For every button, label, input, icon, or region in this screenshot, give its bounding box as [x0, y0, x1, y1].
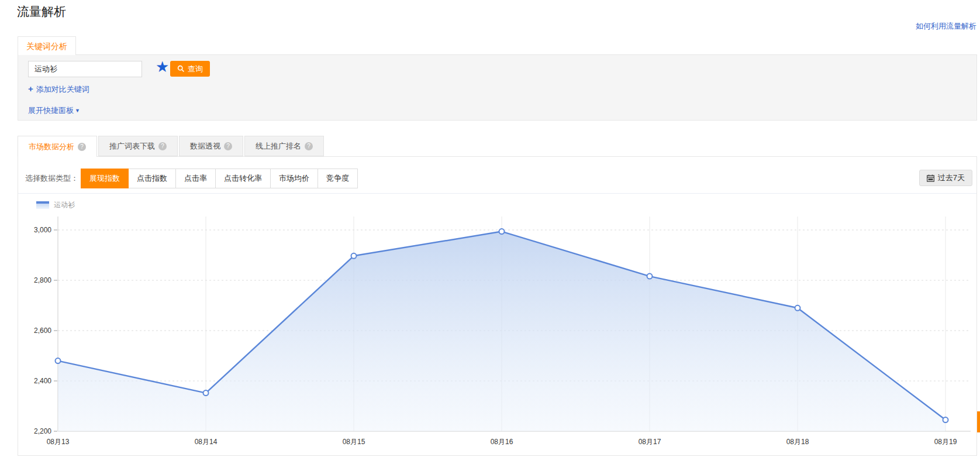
type-button-click-conversion-rate[interactable]: 点击转化率: [215, 169, 271, 188]
help-icon[interactable]: ?: [78, 143, 86, 151]
help-icon[interactable]: ?: [305, 142, 313, 150]
x-tick-label: 08月19: [934, 438, 957, 446]
tab-label: 线上推广排名: [256, 136, 301, 156]
tab-promo-wordlist-download[interactable]: 推广词表下载 ?: [98, 136, 178, 156]
x-tick-label: 08月16: [491, 438, 513, 446]
series-area: [58, 232, 946, 431]
type-button-click-index[interactable]: 点击指数: [128, 169, 176, 188]
data-point[interactable]: [943, 417, 948, 422]
x-tick-label: 08月13: [47, 438, 70, 446]
type-button-market-avg-price[interactable]: 市场均价: [270, 169, 318, 188]
query-button[interactable]: 查询: [170, 61, 210, 77]
y-tick-label: 3,000: [34, 226, 51, 234]
x-tick-label: 08月14: [195, 438, 218, 446]
data-type-selector-label: 选择数据类型：: [25, 169, 78, 188]
add-compare-keyword-link[interactable]: +添加对比关键词: [28, 84, 89, 95]
type-button-impression-index[interactable]: 展现指数: [81, 169, 129, 188]
add-compare-label: 添加对比关键词: [36, 85, 89, 94]
x-tick-label: 08月18: [786, 438, 809, 446]
tab-market-data-analysis[interactable]: 市场数据分析 ?: [18, 136, 97, 157]
help-icon[interactable]: ?: [224, 142, 232, 150]
traffic-analysis-page: 流量解析 如何利用流量解析 关键词分析 ★ 查询 +添加对比关键词 展开快捷面板…: [0, 0, 980, 457]
data-point[interactable]: [56, 358, 61, 363]
plus-icon: +: [28, 84, 33, 94]
keyword-input[interactable]: [28, 61, 142, 77]
x-tick-label: 08月17: [639, 438, 661, 446]
x-tick-label: 08月15: [343, 438, 365, 446]
tab-keyword-analysis[interactable]: 关键词分析: [18, 36, 76, 55]
y-tick-label: 2,800: [34, 276, 51, 284]
date-range-button[interactable]: 过去7天: [919, 170, 972, 186]
help-icon[interactable]: ?: [158, 142, 167, 150]
how-to-use-link[interactable]: 如何利用流量解析: [916, 21, 976, 32]
search-icon: [177, 65, 185, 73]
trend-line-chart: 2,2002,4002,6002,8003,00008月1308月1408月15…: [18, 208, 976, 455]
chevron-down-icon: ▼: [75, 108, 80, 114]
data-point[interactable]: [499, 229, 505, 234]
data-point[interactable]: [647, 274, 653, 279]
keyword-panel: ★ 查询 +添加对比关键词 展开快捷面板▼: [18, 54, 977, 121]
data-type-button-group: 展现指数 点击指数 点击率 点击转化率 市场均价 竞争度: [81, 169, 358, 188]
divider: [18, 193, 976, 194]
y-tick-label: 2,200: [34, 427, 51, 435]
data-point[interactable]: [795, 305, 800, 311]
type-button-click-rate[interactable]: 点击率: [175, 169, 216, 188]
expand-label: 展开快捷面板: [28, 106, 74, 115]
tab-online-promo-ranking[interactable]: 线上推广排名 ?: [244, 136, 324, 156]
type-button-competition[interactable]: 竞争度: [318, 169, 358, 188]
y-tick-label: 2,600: [34, 327, 51, 335]
query-button-label: 查询: [188, 64, 203, 74]
date-range-label: 过去7天: [938, 173, 965, 183]
data-point[interactable]: [203, 390, 209, 396]
tab-data-pivot[interactable]: 数据透视 ?: [179, 136, 243, 156]
feedback-tab[interactable]: [977, 411, 980, 432]
chart-panel: 选择数据类型： 展现指数 点击指数 点击率 点击转化率 市场均价 竞争度 过去7…: [18, 156, 977, 456]
analysis-tab-bar: 市场数据分析 ? 推广词表下载 ? 数据透视 ? 线上推广排名 ?: [18, 136, 325, 157]
page-title: 流量解析: [17, 4, 66, 20]
data-point[interactable]: [351, 253, 357, 259]
y-tick-label: 2,400: [34, 377, 51, 385]
tab-label: 数据透视: [190, 136, 220, 156]
calendar-icon: [927, 174, 934, 182]
tab-label: 市场数据分析: [29, 137, 74, 157]
tab-label: 推广词表下载: [109, 136, 155, 156]
favorite-star-icon[interactable]: ★: [156, 57, 169, 76]
expand-quick-panel-link[interactable]: 展开快捷面板▼: [28, 105, 80, 116]
